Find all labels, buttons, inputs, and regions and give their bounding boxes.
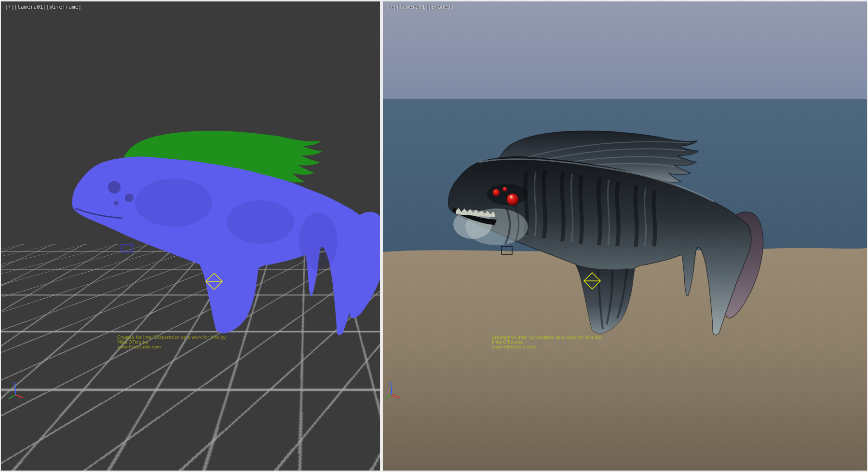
viewport-left-wireframe[interactable]: [+][Camera01][Wireframe]	[1, 1, 380, 471]
watermark-line3: www.fritzstudio.com	[117, 345, 227, 349]
sky-background	[383, 1, 867, 99]
viewport-label-left[interactable]: [+][Camera01][Wireframe]	[5, 4, 81, 10]
watermark-line2: Mike O'Rourke	[117, 340, 227, 345]
watermark-line1: Created for Intel Corporation as a work …	[117, 335, 227, 340]
watermark-line1: Created for Intel Corporation as a work …	[492, 335, 601, 340]
axis-z-label: z	[13, 381, 15, 386]
axis-z-label: z	[389, 381, 392, 386]
watermark-text: Created for Intel Corporation as a work …	[117, 335, 227, 349]
wireframe-scene: z	[1, 1, 380, 471]
selection-box-gizmo[interactable]	[122, 244, 132, 252]
fish-model-wireframe[interactable]	[72, 131, 380, 335]
viewport-right-shaded[interactable]: [+][Camera01][Shaded]	[383, 1, 867, 471]
watermark-line2: Mike O'Rourke	[492, 340, 601, 345]
axis-tripod: z	[9, 381, 23, 399]
watermark-text: Created for Intel Corporation as a work …	[492, 335, 601, 349]
shaded-scene: z	[383, 1, 867, 471]
viewport-label-right[interactable]: [+][Camera01][Shaded]	[387, 4, 454, 10]
watermark-line3: www.fritzstudio.com	[492, 345, 601, 349]
dual-viewport-canvas: [+][Camera01][Wireframe]	[0, 0, 868, 472]
